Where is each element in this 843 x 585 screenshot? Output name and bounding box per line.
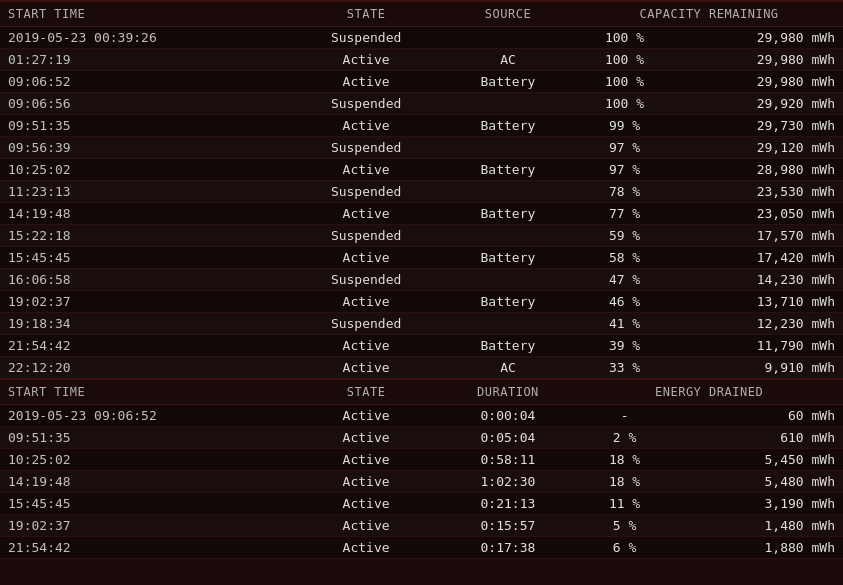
energy-mwh-cell: 1,880 mWh	[674, 537, 843, 559]
capacity-pct-cell: 97 %	[575, 159, 674, 181]
datetime-cell: 14:19:48	[0, 471, 291, 493]
capacity-mwh-cell: 29,980 mWh	[674, 27, 843, 49]
date-cell: 2019-05-23	[8, 408, 94, 423]
source-cell: AC	[441, 49, 575, 71]
capacity-pct-cell: 58 %	[575, 247, 674, 269]
table1-header: START TIME STATE SOURCE CAPACITY REMAINI…	[0, 1, 843, 27]
table-row: 15:45:45 Active 0:21:13 11 % 3,190 mWh	[0, 493, 843, 515]
table-row: 09:51:35 Active Battery 99 % 29,730 mWh	[0, 115, 843, 137]
datetime-cell: 15:45:45	[0, 247, 291, 269]
state-cell: Suspended	[291, 269, 440, 291]
state-cell: Suspended	[291, 225, 440, 247]
capacity-mwh-cell: 13,710 mWh	[674, 291, 843, 313]
time-cell: 21:54:42	[8, 338, 75, 353]
time-cell: 21:54:42	[8, 540, 75, 555]
col-source-1: SOURCE	[441, 1, 575, 27]
energy-mwh-cell: 5,450 mWh	[674, 449, 843, 471]
col-energydrained-2: ENERGY DRAINED	[575, 379, 843, 405]
state-cell: Active	[291, 449, 440, 471]
datetime-cell: 09:51:35	[0, 427, 291, 449]
energy-pct-cell: 11 %	[575, 493, 674, 515]
source-cell: Battery	[441, 71, 575, 93]
capacity-mwh-cell: 29,980 mWh	[674, 71, 843, 93]
table-row: 16:06:58 Suspended 47 % 14,230 mWh	[0, 269, 843, 291]
capacity-pct-cell: 41 %	[575, 313, 674, 335]
duration-cell: 0:00:04	[441, 405, 575, 427]
duration-cell: 0:58:11	[441, 449, 575, 471]
table-row: 15:45:45 Active Battery 58 % 17,420 mWh	[0, 247, 843, 269]
duration-cell: 0:05:04	[441, 427, 575, 449]
capacity-pct-cell: 100 %	[575, 93, 674, 115]
duration-cell: 0:17:38	[441, 537, 575, 559]
capacity-mwh-cell: 29,120 mWh	[674, 137, 843, 159]
source-cell: Battery	[441, 247, 575, 269]
datetime-cell: 09:06:52	[0, 71, 291, 93]
datetime-cell: 22:12:20	[0, 357, 291, 380]
state-cell: Active	[291, 71, 440, 93]
source-cell: AC	[441, 357, 575, 380]
table2-body: 2019-05-23 09:06:52 Active 0:00:04 - 60 …	[0, 405, 843, 559]
datetime-cell: 11:23:13	[0, 181, 291, 203]
energy-mwh-cell: 3,190 mWh	[674, 493, 843, 515]
duration-cell: 0:15:57	[441, 515, 575, 537]
state-cell: Active	[291, 115, 440, 137]
table-row: 14:19:48 Active Battery 77 % 23,050 mWh	[0, 203, 843, 225]
source-cell: Battery	[441, 291, 575, 313]
datetime-cell: 09:56:39	[0, 137, 291, 159]
datetime-cell: 10:25:02	[0, 159, 291, 181]
state-cell: Active	[291, 49, 440, 71]
datetime-cell: 21:54:42	[0, 335, 291, 357]
time-cell: 09:06:52	[94, 408, 161, 423]
capacity-mwh-cell: 12,230 mWh	[674, 313, 843, 335]
state-cell: Active	[291, 471, 440, 493]
datetime-cell: 19:18:34	[0, 313, 291, 335]
capacity-mwh-cell: 29,980 mWh	[674, 49, 843, 71]
table-row: 10:25:02 Active 0:58:11 18 % 5,450 mWh	[0, 449, 843, 471]
state-cell: Active	[291, 159, 440, 181]
table-row: 2019-05-23 09:06:52 Active 0:00:04 - 60 …	[0, 405, 843, 427]
time-cell: 10:25:02	[8, 452, 75, 467]
duration-cell: 0:21:13	[441, 493, 575, 515]
state-cell: Active	[291, 493, 440, 515]
source-cell: Battery	[441, 159, 575, 181]
time-cell: 19:18:34	[8, 316, 75, 331]
state-cell: Active	[291, 335, 440, 357]
energy-mwh-cell: 5,480 mWh	[674, 471, 843, 493]
col-starttime-2: START TIME	[0, 379, 291, 405]
datetime-cell: 09:06:56	[0, 93, 291, 115]
time-cell: 09:06:52	[8, 74, 75, 89]
energy-pct-cell: 18 %	[575, 471, 674, 493]
time-cell: 01:27:19	[8, 52, 75, 67]
datetime-cell: 09:51:35	[0, 115, 291, 137]
state-cell: Active	[291, 537, 440, 559]
table-row: 09:06:56 Suspended 100 % 29,920 mWh	[0, 93, 843, 115]
table-row: 14:19:48 Active 1:02:30 18 % 5,480 mWh	[0, 471, 843, 493]
energy-mwh-cell: 1,480 mWh	[674, 515, 843, 537]
time-cell: 19:02:37	[8, 294, 75, 309]
energy-mwh-cell: 60 mWh	[674, 405, 843, 427]
datetime-cell: 16:06:58	[0, 269, 291, 291]
table-row: 09:51:35 Active 0:05:04 2 % 610 mWh	[0, 427, 843, 449]
energy-pct-cell: 5 %	[575, 515, 674, 537]
capacity-pct-cell: 100 %	[575, 27, 674, 49]
table-row: 19:02:37 Active 0:15:57 5 % 1,480 mWh	[0, 515, 843, 537]
datetime-cell: 10:25:02	[0, 449, 291, 471]
capacity-mwh-cell: 17,570 mWh	[674, 225, 843, 247]
table-row: 10:25:02 Active Battery 97 % 28,980 mWh	[0, 159, 843, 181]
state-cell: Active	[291, 405, 440, 427]
energy-mwh-cell: 610 mWh	[674, 427, 843, 449]
table-row: 2019-05-23 00:39:26 Suspended 100 % 29,9…	[0, 27, 843, 49]
datetime-cell: 01:27:19	[0, 49, 291, 71]
source-cell	[441, 313, 575, 335]
capacity-pct-cell: 99 %	[575, 115, 674, 137]
time-cell: 09:56:39	[8, 140, 75, 155]
time-cell: 22:12:20	[8, 360, 75, 375]
source-cell	[441, 225, 575, 247]
datetime-cell: 15:45:45	[0, 493, 291, 515]
table2-header: START TIME STATE DURATION ENERGY DRAINED	[0, 379, 843, 405]
energy-pct-cell: 6 %	[575, 537, 674, 559]
source-cell: Battery	[441, 203, 575, 225]
source-cell: Battery	[441, 115, 575, 137]
capacity-mwh-cell: 29,920 mWh	[674, 93, 843, 115]
col-duration-2: DURATION	[441, 379, 575, 405]
